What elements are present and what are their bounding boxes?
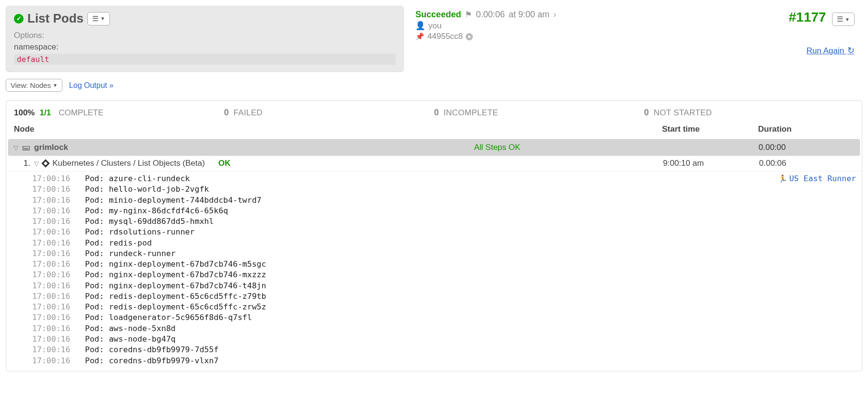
run-again-label: Run Again [807,46,846,55]
log-timestamp: 17:00:16 [32,173,85,184]
caret-down-icon: ▼ [845,17,850,22]
caret-down-icon: ▼ [100,16,105,21]
log-timestamp: 17:00:16 [32,206,85,216]
success-check-icon: ✓ [14,14,24,24]
step-index: 1. [24,159,30,168]
log-message: Pod: coredns-db9fb9979-vlxn7 [85,356,218,365]
step-duration: 0.00:06 [759,159,855,168]
log-timestamp: 17:00:16 [32,281,85,291]
view-nodes-dropdown[interactable]: View: Nodes ▼ [6,79,62,92]
execution-id[interactable]: #1177 [789,10,826,25]
chevron-down-icon[interactable]: ▽ [13,144,18,151]
log-line: 17:00:16Pod: minio-deployment-744bddcb4-… [32,195,855,206]
col-header-node: Node [14,124,662,134]
log-message: Pod: nginx-deployment-67bd7cb746-mxzzz [85,270,266,279]
summary-notstarted-label: NOT STARTED [654,108,712,118]
log-message: Pod: redis-deployment-65c6cd5ffc-zrw5z [85,302,266,311]
run-again-link[interactable]: Run Again ↻ [789,45,855,56]
summary-percent: 100% [14,108,35,118]
log-timestamp: 17:00:16 [32,312,85,323]
log-line: 17:00:16Pod: hello-world-job-2vgfk [32,184,855,195]
log-message: Pod: coredns-db9fb9979-7d55f [85,345,218,354]
log-line: 17:00:16Pod: azure-cli-rundeck [32,173,855,184]
log-line: 17:00:16Pod: redis-deployment-65c6cd5ffc… [32,291,855,302]
log-message: Pod: my-nginx-86dcfdf4c6-65k6q [85,206,228,215]
step-path: Kubernetes / Clusters / List Objects (Be… [52,159,205,168]
step-start-time: 9:00:10 am [663,159,759,168]
summary-failed-label: FAILED [234,108,263,118]
flag-icon: ⚑ [465,10,472,20]
log-message: Pod: aws-node-5xn8d [85,324,176,333]
log-timestamp: 17:00:16 [32,259,85,270]
exec-user: you [428,21,441,31]
node-name: grimlock [34,143,68,152]
node-status: All Steps OK [474,143,663,152]
summary-notstarted-count: 0 [644,108,649,118]
log-message: Pod: redis-deployment-65c6cd5ffc-z79tb [85,292,266,301]
exec-menu-button[interactable]: ☰ ▼ [832,12,855,26]
log-output-link[interactable]: Log Output » [69,81,114,90]
step-type-icon [42,160,50,168]
log-message: Pod: redis-pod [85,238,152,247]
log-timestamp: 17:00:16 [32,302,85,312]
option-key-namespace: namespace: [14,42,396,52]
caret-down-icon: ▼ [53,83,58,88]
commit-dot-icon [466,33,473,40]
runner-icon: 🏃 [778,174,787,184]
log-line: 17:00:16Pod: rundeck-runner [32,248,855,259]
log-line: 17:00:16Pod: mysql-69dd867dd5-hmxhl [32,216,855,227]
log-line: 17:00:16Pod: coredns-db9fb9979-vlxn7 [32,356,855,366]
summary-incomplete-count: 0 [434,108,439,118]
option-value-namespace: default [14,54,396,65]
log-line: 17:00:16Pod: redis-pod [32,238,855,248]
log-line: 17:00:16Pod: redis-deployment-65c6cd5ffc… [32,302,855,312]
exec-duration: 0.00:06 [476,10,505,20]
list-icon: ☰ [92,14,98,23]
node-row[interactable]: ▽ 🖴 grimlock All Steps OK 0.00:00 [8,139,860,156]
log-timestamp: 17:00:16 [32,334,85,345]
log-timestamp: 17:00:16 [32,184,85,195]
log-output: 🏃 US East Runner 17:00:16Pod: azure-cli-… [6,172,862,371]
job-menu-button[interactable]: ☰ ▼ [87,12,110,25]
log-line: 17:00:16Pod: nginx-deployment-67bd7cb746… [32,270,855,280]
col-header-duration: Duration [758,124,854,134]
log-message: Pod: nginx-deployment-67bd7cb746-m5sgc [85,259,266,269]
server-icon: 🖴 [22,143,30,152]
log-line: 17:00:16Pod: nginx-deployment-67bd7cb746… [32,281,855,291]
runner-badge[interactable]: 🏃 US East Runner [778,173,856,184]
log-message: Pod: rundeck-runner [85,249,176,258]
job-title: List Pods [27,11,84,26]
log-message: Pod: hello-world-job-2vgfk [85,185,209,194]
log-timestamp: 17:00:16 [32,291,85,302]
options-heading: Options: [14,31,396,40]
log-line: 17:00:16Pod: aws-node-bg47q [32,334,855,345]
status-succeeded: Succeeded [415,10,461,20]
list-icon: ☰ [837,15,843,24]
log-timestamp: 17:00:16 [32,323,85,334]
step-ok: OK [218,159,231,168]
execution-panel: Succeeded ⚑ 0.00:06 at 9:00 am › 👤 you 📌… [408,6,862,72]
log-message: Pod: mysql-69dd867dd5-hmxhl [85,217,214,226]
log-timestamp: 17:00:16 [32,248,85,259]
log-line: 17:00:16Pod: loadgenerator-5c9656f8d6-q7… [32,312,855,323]
col-header-start: Start time [662,124,758,134]
log-timestamp: 17:00:16 [32,216,85,227]
step-row[interactable]: 1. ▽ Kubernetes / Clusters / List Object… [6,156,862,172]
chevron-right-icon[interactable]: › [554,10,556,20]
log-message: Pod: minio-deployment-744bddcb4-twrd7 [85,196,262,205]
view-nodes-label: View: Nodes [11,81,51,89]
log-timestamp: 17:00:16 [32,356,85,366]
refresh-icon: ↻ [847,46,855,55]
chevron-down-icon[interactable]: ▽ [34,160,39,167]
log-line: 17:00:16Pod: my-nginx-86dcfdf4c6-65k6q [32,206,855,216]
log-message: Pod: rdsolutions-runner [85,227,194,236]
summary-incomplete-label: INCOMPLETE [444,108,498,118]
node-duration: 0.00:00 [759,143,855,152]
log-line: 17:00:16Pod: rdsolutions-runner [32,227,855,237]
log-timestamp: 17:00:16 [32,227,85,237]
job-panel: ✓ List Pods ☰ ▼ Options: namespace: defa… [6,6,404,72]
pin-icon: 📌 [415,32,424,41]
log-message: Pod: aws-node-bg47q [85,334,176,344]
log-timestamp: 17:00:16 [32,238,85,248]
runner-name: US East Runner [789,173,856,184]
